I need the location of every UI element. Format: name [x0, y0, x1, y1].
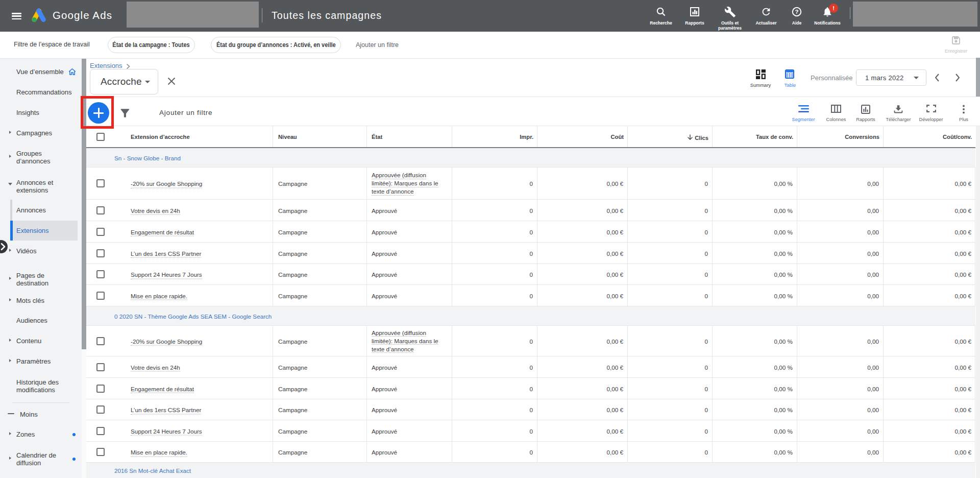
svg-text:?: ?: [795, 9, 798, 15]
